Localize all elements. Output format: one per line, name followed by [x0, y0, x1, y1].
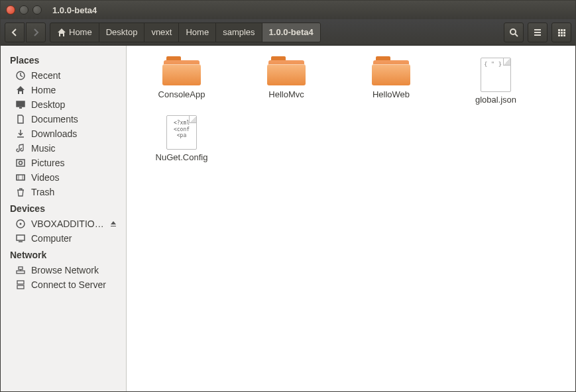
file-nuget-config[interactable]: <?xml <conf <paNuGet.Config: [132, 111, 231, 166]
music-icon: [15, 143, 26, 154]
maximize-window-button[interactable]: [32, 5, 42, 15]
sidebar: PlacesRecentHomeDesktopDocumentsDownload…: [1, 46, 127, 391]
toolbar: Home DesktopvnextHomesamples1.0.0-beta4: [1, 19, 575, 46]
sidebar-heading: Network: [1, 246, 126, 263]
sidebar-item-trash[interactable]: Trash: [1, 185, 126, 199]
sidebar-item-home[interactable]: Home: [1, 83, 126, 97]
computer-icon: [15, 233, 26, 244]
sidebar-item-documents[interactable]: Documents: [1, 112, 126, 126]
sidebar-item-label: Trash: [31, 187, 54, 197]
close-window-button[interactable]: [6, 5, 15, 15]
sidebar-item-label: Pictures: [31, 158, 65, 168]
content-area[interactable]: ConsoleAppHelloMvcHelloWeb{ " }global.js…: [127, 46, 575, 391]
folder-icon: [372, 58, 410, 87]
sidebar-item-label: Computer: [31, 233, 72, 244]
svg-rect-18: [17, 235, 25, 240]
sidebar-item-label: VBOXADDITIO…: [31, 219, 104, 229]
svg-rect-2: [561, 29, 563, 31]
home-icon: [15, 85, 26, 95]
sidebar-item-recent[interactable]: Recent: [1, 68, 126, 83]
svg-rect-11: [17, 101, 25, 107]
folder-consoleapp[interactable]: ConsoleApp: [132, 54, 231, 109]
breadcrumb: Home DesktopvnextHomesamples1.0.0-beta4: [50, 23, 321, 42]
sidebar-item-label: Documents: [31, 114, 78, 124]
file-global-json[interactable]: { " }global.json: [446, 54, 546, 109]
svg-rect-20: [19, 267, 23, 270]
titlebar: 1.0.0-beta4: [1, 1, 575, 19]
sidebar-item-vboxadditio-[interactable]: VBOXADDITIO…: [1, 217, 126, 231]
sidebar-item-videos[interactable]: Videos: [1, 170, 126, 185]
svg-rect-6: [563, 32, 565, 34]
folder-hellomvc[interactable]: HelloMvc: [237, 54, 336, 109]
eject-icon[interactable]: [109, 220, 117, 228]
file-label: ConsoleApp: [158, 89, 205, 99]
breadcrumb-label: Desktop: [106, 27, 138, 37]
downloads-icon: [15, 128, 26, 139]
sidebar-item-browse-network[interactable]: Browse Network: [1, 263, 126, 277]
view-grid-button[interactable]: [551, 23, 571, 42]
svg-rect-13: [17, 160, 25, 166]
svg-rect-3: [563, 29, 565, 31]
sidebar-item-connect-to-server[interactable]: Connect to Server: [1, 277, 126, 292]
svg-rect-8: [561, 34, 563, 36]
json-file-icon: { " }: [481, 58, 511, 92]
chevron-right-icon: [32, 28, 39, 36]
pictures-icon: [15, 158, 26, 168]
sidebar-item-label: Videos: [31, 172, 60, 183]
file-manager-window: 1.0.0-beta4 Home DesktopvnextHomesamples…: [0, 0, 576, 392]
breadcrumb-item[interactable]: vnext: [144, 23, 179, 42]
svg-rect-4: [558, 32, 560, 34]
file-label: HelloMvc: [268, 89, 304, 99]
sidebar-item-label: Desktop: [31, 99, 65, 110]
svg-rect-9: [563, 34, 565, 36]
breadcrumb-label: Home: [186, 27, 209, 37]
sidebar-item-label: Browse Network: [31, 265, 99, 275]
sidebar-item-desktop[interactable]: Desktop: [1, 97, 126, 112]
file-label: NuGet.Config: [156, 152, 208, 162]
breadcrumb-home[interactable]: Home: [50, 23, 99, 42]
sidebar-heading: Places: [1, 51, 126, 68]
view-list-button[interactable]: [528, 23, 547, 42]
breadcrumb-item[interactable]: 1.0.0-beta4: [262, 23, 320, 42]
svg-rect-19: [17, 271, 25, 273]
svg-rect-15: [17, 175, 25, 180]
sidebar-item-computer[interactable]: Computer: [1, 231, 126, 246]
svg-rect-12: [19, 107, 22, 109]
breadcrumb-item[interactable]: samples: [216, 23, 262, 42]
svg-rect-7: [558, 34, 560, 36]
svg-point-14: [19, 162, 23, 165]
minimize-window-button[interactable]: [19, 5, 29, 15]
documents-icon: [15, 114, 26, 124]
sidebar-item-downloads[interactable]: Downloads: [1, 126, 126, 141]
chevron-left-icon: [11, 28, 18, 36]
grid-icon: [557, 28, 566, 37]
sidebar-item-pictures[interactable]: Pictures: [1, 156, 126, 170]
home-icon: [57, 28, 66, 37]
xml-file-icon: <?xml <conf <pa: [166, 115, 197, 150]
breadcrumb-label: samples: [223, 27, 255, 37]
sidebar-heading: Devices: [1, 199, 126, 217]
folder-icon: [162, 58, 201, 87]
forward-button[interactable]: [26, 23, 46, 42]
folder-helloweb[interactable]: HelloWeb: [341, 54, 441, 109]
back-button[interactable]: [5, 23, 25, 42]
folder-icon: [267, 58, 306, 87]
disc-icon: [15, 219, 26, 229]
file-label: global.json: [475, 95, 516, 105]
svg-rect-22: [17, 285, 24, 289]
server-icon: [15, 279, 26, 290]
list-icon: [533, 28, 542, 37]
svg-rect-1: [558, 29, 560, 31]
sidebar-item-music[interactable]: Music: [1, 141, 126, 156]
body: PlacesRecentHomeDesktopDocumentsDownload…: [1, 46, 575, 391]
search-button[interactable]: [504, 23, 524, 42]
sidebar-item-label: Recent: [31, 70, 60, 81]
svg-point-17: [20, 223, 22, 225]
breadcrumb-item[interactable]: Home: [179, 23, 216, 42]
file-label: HelloWeb: [373, 89, 410, 99]
breadcrumb-item[interactable]: Desktop: [99, 23, 145, 42]
recent-icon: [15, 70, 26, 81]
desktop-icon: [15, 99, 26, 110]
breadcrumb-label: vnext: [151, 27, 172, 37]
sidebar-item-label: Downloads: [31, 128, 77, 139]
